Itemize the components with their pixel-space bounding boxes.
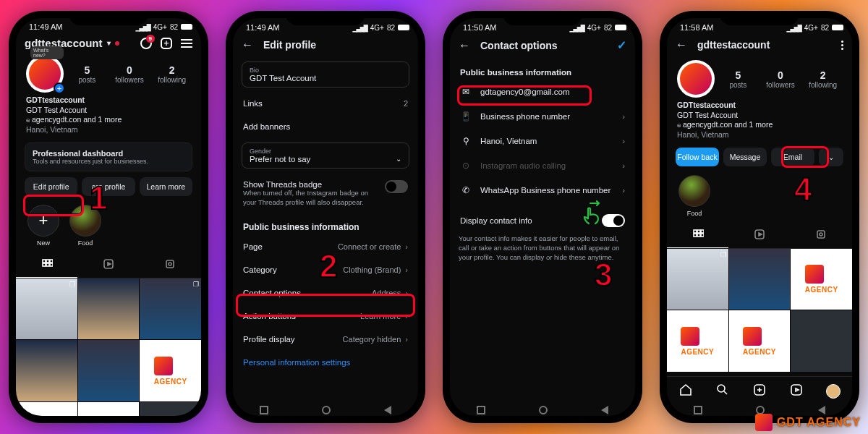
android-home[interactable] [322,406,331,414]
nav-home[interactable] [678,383,693,400]
post-cell[interactable]: AGENCY [729,310,791,372]
links-row[interactable]: Links 2 [242,92,409,115]
android-back[interactable] [384,406,391,414]
category-row[interactable]: CategoryClothing (Brand)› [242,258,409,281]
learn-more-button[interactable]: Learn more [140,177,192,196]
post-cell[interactable]: AGENCY [78,402,140,416]
chevron-down-icon[interactable]: ▾ [107,39,111,47]
professional-dashboard-card[interactable]: Professional dashboard Tools and resourc… [25,142,192,171]
more-icon[interactable] [841,41,843,50]
bio-label: Bio [250,67,401,74]
threads-icon[interactable]: 9 [140,38,152,49]
follow-back-button[interactable]: Follow back [676,148,719,166]
stat-following[interactable]: 2following [804,69,842,89]
profile-buttons: Follow back Message Email ⌄ [667,148,852,166]
post-cell[interactable]: ❐ [140,278,201,340]
android-recents[interactable] [260,406,268,414]
highlight-new[interactable]: +New [27,205,59,247]
create-icon[interactable]: + [161,38,172,49]
tab-tagged[interactable] [140,254,201,278]
android-nav [450,403,635,416]
contact-phone-row[interactable]: 📱Business phone number› [459,104,626,129]
add-banners-row[interactable]: Add banners [242,115,409,138]
edit-profile-button[interactable]: Edit profile [25,177,77,196]
tab-reels[interactable] [728,224,790,248]
home-icon [678,383,693,397]
page-row[interactable]: PageConnect or create› [242,235,409,258]
post-cell[interactable]: AGENCY [140,340,201,401]
reels-icon [754,229,765,240]
status-time: 11:58 AM [680,23,713,32]
post-cell[interactable]: ❐ [667,249,728,310]
confirm-icon[interactable]: ✓ [617,38,626,52]
android-back[interactable] [601,406,608,414]
contact-whatsapp-row[interactable]: ✆WhatsApp Business phone number› [459,178,626,203]
tab-grid[interactable] [667,224,728,248]
add-story-icon[interactable]: + [54,82,65,94]
suggested-expand-button[interactable]: ⌄ [819,148,843,166]
audio-call-icon: ⊙ [460,161,472,171]
stat-posts[interactable]: 5posts [68,64,106,84]
signal-label: 4G+ [153,23,167,31]
post-cell[interactable] [729,249,791,310]
share-profile-button[interactable]: are profile [82,177,135,196]
chevron-right-icon: › [405,335,408,344]
android-recents[interactable] [477,406,485,414]
nav-create[interactable] [752,383,767,400]
post-cell[interactable] [791,310,852,372]
profile-buttons: Edit profile are profile Learn more [16,177,201,196]
highlight-food[interactable]: Food [678,175,710,217]
avatar[interactable] [677,60,715,98]
chevron-right-icon: › [405,242,408,251]
message-button[interactable]: Message [723,148,767,166]
personal-info-link[interactable]: Personal information settings [242,351,409,374]
post-cell[interactable]: ❐ [16,278,77,340]
profile-display-row[interactable]: Profile displayCategory hidden› [242,328,409,351]
phone-mockup-3: 11:50 AM ▁▃▅▇ 4G+ 82 ← Contact options ✓… [443,11,642,423]
email-button[interactable]: Email [771,148,814,166]
back-icon[interactable]: ← [459,39,470,52]
bio-field[interactable]: Bio GDT Test Account [242,61,409,88]
avatar[interactable]: What's new? + [26,55,64,93]
nav-search[interactable] [715,383,730,400]
chevron-down-icon: ⌄ [396,155,401,163]
stat-following[interactable]: 2following [153,64,191,84]
contact-address-row[interactable]: ⚲Hanoi, Vietnam› [459,129,626,153]
menu-icon[interactable] [181,39,192,48]
status-time: 11:49 AM [246,23,279,32]
back-icon[interactable]: ← [676,38,687,51]
contact-options-row[interactable]: Contact optionsAddress› [242,281,409,305]
nav-reels[interactable] [789,383,804,400]
post-cell[interactable] [16,340,77,401]
android-recents[interactable] [694,406,702,414]
back-icon[interactable]: ← [242,38,253,51]
post-cell[interactable]: AGENCY [16,402,77,416]
svg-rect-1 [46,260,49,263]
post-cell[interactable] [140,402,201,416]
post-cell[interactable]: AGENCY [667,310,728,372]
action-buttons-row[interactable]: Action buttonsLearn more› [242,305,409,328]
profile-link[interactable]: ⍟ agencygdt.con and 1 more [26,115,191,125]
tab-tagged[interactable] [791,224,852,248]
profile-name: GDTtestaccount [677,101,842,111]
display-contact-row: Display contact info [459,203,626,234]
svg-rect-5 [50,263,53,266]
nav-profile-avatar[interactable] [826,384,841,399]
stat-followers[interactable]: 0followers [762,69,800,89]
stat-followers[interactable]: 0followers [111,64,149,84]
gender-field[interactable]: Gender Prefer not to say⌄ [242,142,409,169]
tab-reels[interactable] [77,254,139,278]
stat-posts[interactable]: 5posts [719,69,757,89]
tab-grid[interactable] [16,254,77,278]
highlight-food[interactable]: Food [69,205,101,247]
android-home[interactable] [539,406,548,414]
display-contact-toggle[interactable] [602,214,625,227]
contact-email-row[interactable]: ✉gdtagency0@gmail.com [459,80,626,104]
post-cell[interactable]: AGENCY [791,249,852,310]
post-cell[interactable] [78,278,140,340]
threads-toggle[interactable] [385,180,408,193]
profile-link[interactable]: ⍟ agencygdt.con and 1 more [677,120,842,130]
profile-name: GDTtestaccount [26,95,191,106]
svg-rect-13 [697,230,700,233]
post-cell[interactable] [78,340,140,401]
